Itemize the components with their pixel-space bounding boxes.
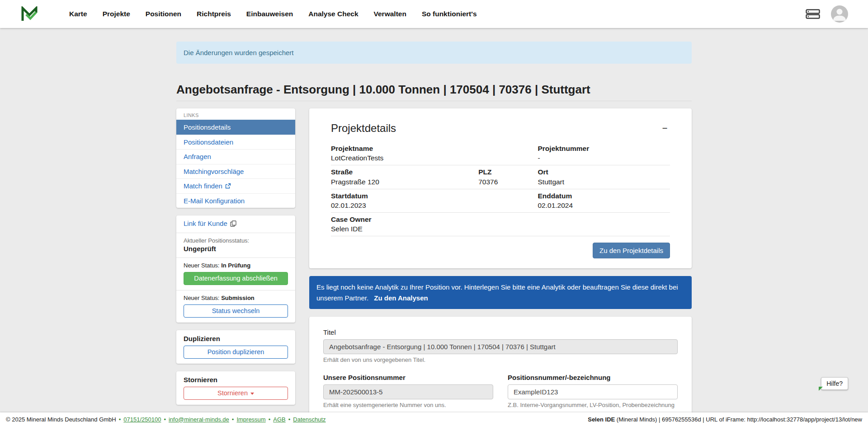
sidebar-item-match-finden[interactable]: Match finden	[176, 178, 295, 193]
app-logo[interactable]	[21, 6, 38, 22]
field-projektnummer: Projektnummer -	[538, 144, 670, 163]
unsere-positionsnummer-input	[323, 384, 493, 399]
separator-dot: •	[288, 416, 291, 423]
status-wechseln-button[interactable]: Status wechseln	[184, 304, 288, 318]
nav-item-karte[interactable]: Karte	[61, 5, 95, 23]
field-ort: Ort Stuttgart	[538, 168, 670, 186]
logo-icon	[21, 6, 38, 22]
current-status-label: Aktueller Positionsstatus:	[184, 237, 288, 244]
sidebar-item-matchingvorschlaege[interactable]: Matchingvorschläge	[176, 164, 295, 179]
positionsnummer-help: Z.B. Interne-Vorgangsnummer, LV-Position…	[508, 402, 678, 408]
positionsnummer-input[interactable]	[508, 384, 678, 399]
projektdetails-card: Projektdetails – Projektname LotCreation…	[309, 108, 692, 268]
sidebar-item-positionsdetails[interactable]: Positionsdetails	[176, 120, 295, 135]
content-container: Die Änderungen wurden gespeichert Angebo…	[176, 28, 692, 426]
analytik-banner-text: Es liegt noch keine Analytik zu Ihrer Po…	[316, 283, 678, 301]
new-status-section-2: Neuer Status: Submission Status wechseln	[176, 290, 295, 323]
zu-den-projektdetails-button[interactable]: Zu den Projektdetails	[593, 243, 670, 258]
duplizieren-card: Duplizieren Position duplizieren	[176, 330, 295, 364]
sidebar-item-email-konfiguration[interactable]: E-Mail Konfiguration	[176, 193, 295, 208]
field-case-owner: Case Owner Selen IDE	[331, 215, 670, 234]
main-column: Projektdetails – Projektname LotCreation…	[309, 108, 692, 426]
field-projektname: Projektname LotCreationTests	[331, 144, 538, 163]
pd-row-2: Straße Pragstraße 120 PLZ 70376 Ort Stut…	[331, 165, 670, 189]
unsere-positionsnummer-label: Unsere Positionsnummer	[323, 374, 493, 381]
copyright-text: © 2025 Mineral Minds Deutschland GmbH	[6, 416, 116, 423]
nav-item-positionen[interactable]: Positionen	[138, 5, 189, 23]
sidebar-item-anfragen[interactable]: Anfragen	[176, 149, 295, 164]
projektdetails-footer: Zu den Projektdetails	[331, 243, 670, 258]
success-alert: Die Änderungen wurden gespeichert	[176, 42, 692, 64]
zu-den-analysen-link[interactable]: Zu den Analysen	[374, 294, 428, 302]
position-form-card: Titel Erhält den von uns vorgegebenen Ti…	[309, 317, 692, 426]
help-button[interactable]: Hilfe?	[821, 377, 848, 390]
pd-row-4: Case Owner Selen IDE	[331, 213, 670, 236]
main-nav: Karte Projekte Positionen Richtpreis Ein…	[61, 5, 485, 23]
titel-label: Titel	[323, 328, 678, 336]
stornieren-title: Stornieren	[184, 376, 288, 384]
new-status-line-2: Neuer Status: Submission	[184, 295, 288, 301]
customer-link-label: Link für Kunde	[184, 220, 227, 227]
separator-dot: •	[232, 416, 234, 423]
customer-link[interactable]: Link für Kunde	[184, 220, 236, 227]
footer-impressum-link[interactable]: Impressum	[236, 416, 265, 423]
field-plz: PLZ 70376	[478, 168, 538, 186]
pd-row-1: Projektname LotCreationTests Projektnumm…	[331, 142, 670, 165]
sidebar: LINKS Positionsdetails Positionsdateien …	[176, 108, 295, 405]
status-card: Link für Kunde Aktueller Positionsstatus…	[176, 215, 295, 323]
analytik-banner: Es liegt noch keine Analytik zu Ihrer Po…	[309, 276, 692, 309]
content-row: LINKS Positionsdetails Positionsdateien …	[176, 108, 692, 426]
external-link-icon	[225, 183, 231, 189]
nav-item-einbauweisen[interactable]: Einbauweisen	[239, 5, 301, 23]
current-status-section: Aktueller Positionsstatus: Ungeprüft	[176, 233, 295, 257]
unsere-positionsnummer-group: Unsere Positionsnummer Erhält eine syste…	[323, 374, 493, 408]
server-icon[interactable]	[806, 9, 820, 19]
unsere-positionsnummer-help: Erhält eine systemgenerierte Nummer von …	[323, 402, 493, 408]
footer-datenschutz-link[interactable]: Datenschutz	[293, 416, 326, 423]
nav-right	[806, 5, 848, 23]
form-grid: Unsere Positionsnummer Erhält eine syste…	[323, 374, 678, 408]
projektdetails-title: Projektdetails	[331, 122, 396, 135]
positionsnummer-group: Positionsnummer/-bezeichnung Z.B. Intern…	[508, 374, 678, 408]
stornieren-dropdown-button[interactable]: Stornieren	[184, 387, 288, 400]
footer-phone-link[interactable]: 07151/250100	[123, 416, 161, 423]
top-navigation: Karte Projekte Positionen Richtpreis Ein…	[0, 0, 868, 28]
duplizieren-title: Duplizieren	[184, 335, 288, 342]
stornieren-card: Stornieren Stornieren	[176, 371, 295, 405]
sidebar-item-label: Match finden	[184, 182, 222, 191]
sidebar-item-positionsdateien[interactable]: Positionsdateien	[176, 135, 295, 150]
footer-email-link[interactable]: info@mineral-minds.de	[169, 416, 229, 423]
new-status-line-1: Neuer Status: In Prüfung	[184, 262, 288, 269]
nav-item-verwalten[interactable]: Verwalten	[366, 5, 414, 23]
links-card: LINKS Positionsdetails Positionsdateien …	[176, 108, 295, 208]
page-title: Angebotsanfrage - Entsorgung | 10.000 To…	[176, 83, 692, 101]
nav-item-projekte[interactable]: Projekte	[95, 5, 138, 23]
footer-session-info: Selen IDE (Mineral Minds) | 69576255536d…	[588, 416, 862, 423]
titel-input	[323, 339, 678, 354]
pd-row-3: Startdatum 02.01.2023 Enddatum 02.01.202…	[331, 189, 670, 213]
field-strasse: Straße Pragstraße 120	[331, 168, 478, 186]
field-startdatum: Startdatum 02.01.2023	[331, 192, 538, 210]
titel-help: Erhält den von uns vorgegebenen Titel.	[323, 356, 678, 363]
user-avatar[interactable]	[831, 5, 848, 23]
separator-dot: •	[269, 416, 271, 423]
nav-item-so-funktionierts[interactable]: So funktioniert's	[414, 5, 485, 23]
person-icon	[831, 5, 848, 23]
new-status-section-1: Neuer Status: In Prüfung Datenerfassung …	[176, 257, 295, 290]
footer: © 2025 Mineral Minds Deutschland GmbH • …	[0, 412, 868, 426]
links-header: LINKS	[176, 108, 295, 120]
nav-item-richtpreis[interactable]: Richtpreis	[189, 5, 239, 23]
position-duplizieren-button[interactable]: Position duplizieren	[184, 346, 288, 359]
collapse-button[interactable]: –	[660, 122, 670, 133]
current-status-value: Ungeprüft	[184, 245, 288, 253]
nav-item-analyse-check[interactable]: Analyse Check	[301, 5, 366, 23]
field-enddatum: Enddatum 02.01.2024	[538, 192, 670, 210]
datenerfassung-abschliessen-button[interactable]: Datenerfassung abschließen	[184, 272, 288, 285]
footer-agb-link[interactable]: AGB	[273, 416, 285, 423]
positionsnummer-label: Positionsnummer/-bezeichnung	[508, 374, 678, 381]
separator-dot: •	[164, 416, 166, 423]
copy-icon	[230, 220, 236, 227]
caret-down-icon	[250, 393, 254, 395]
projektdetails-header: Projektdetails –	[331, 122, 670, 135]
separator-dot: •	[119, 416, 121, 423]
